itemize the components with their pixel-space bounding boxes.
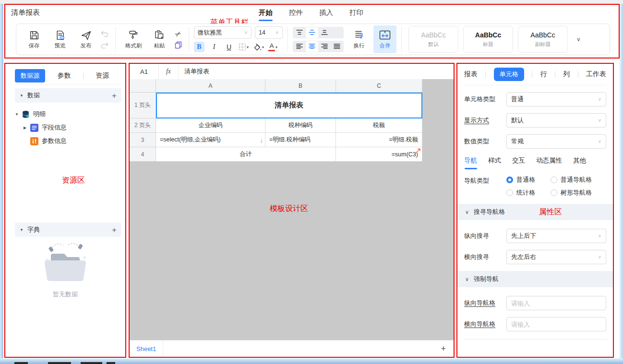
radio-tree-nav-cell[interactable]: 树形导航格 — [551, 188, 592, 197]
sheet-canvas[interactable]: 1 页头 清单报表 2 页头 企业编码 税种编码 税额 3 =select(明细… — [130, 93, 454, 341]
tree-item-fields[interactable]: ▶ 字段信息 — [15, 121, 121, 134]
menu-tab-print[interactable]: 打印 — [349, 8, 363, 21]
add-datasource-button[interactable]: + — [112, 92, 117, 100]
cell-c2[interactable]: 税额 — [336, 118, 422, 133]
database-icon — [22, 110, 30, 118]
font-size-select[interactable]: 14 ∨ — [255, 26, 283, 39]
style-preset-title[interactable]: AaBbCc 标题 — [463, 26, 513, 53]
font-family-select[interactable]: 微软雅黑 ∨ — [194, 26, 252, 39]
tab-row[interactable]: 行 — [540, 70, 547, 79]
cell-type-select[interactable]: 普通 ∨ — [506, 92, 606, 106]
cut-icon[interactable]: ✂ — [173, 30, 183, 37]
cell-a1-title[interactable]: 清单报表 — [156, 93, 422, 118]
align-justify-button[interactable] — [331, 41, 343, 52]
cell-a3[interactable]: =select(明细,企业编码) ↓ — [156, 133, 265, 147]
cut-copy-group: ✂ — [173, 25, 183, 53]
valign-middle-button[interactable] — [306, 27, 318, 38]
subtab-interaction[interactable]: 交互 — [512, 156, 525, 169]
v-nav-input[interactable] — [506, 296, 606, 310]
grid-row-4: 4 合计 =sum(C3) — [130, 147, 422, 162]
row-header-2[interactable]: 2 页头 — [130, 118, 156, 133]
radio-normal-cell[interactable]: 普通格 — [506, 176, 549, 184]
menu-tab-bar: 开始 控件 插入 打印 — [259, 8, 363, 21]
cell-a2[interactable]: 企业编码 — [156, 118, 265, 133]
v-search-select[interactable]: 先上后下 ∨ — [506, 229, 606, 243]
tab-resources[interactable]: 资源 — [84, 71, 121, 80]
tab-column[interactable]: 列 — [563, 70, 570, 79]
corner-cell[interactable] — [130, 79, 156, 93]
chevron-down-icon: ∨ — [276, 30, 279, 35]
publish-button[interactable]: 发布 — [73, 25, 99, 53]
row-header-4[interactable]: 4 — [130, 147, 156, 162]
borders-button[interactable]: ▾ — [239, 43, 249, 51]
force-nav-section-header[interactable]: ∨ 强制导航 — [457, 271, 613, 287]
style-more-chevron-icon[interactable]: ∨ — [576, 36, 581, 43]
cell-ab4-total[interactable]: 合计 — [156, 147, 336, 162]
redo-icon[interactable] — [100, 41, 109, 49]
tab-cell[interactable]: 单元格 — [494, 68, 524, 81]
radio-stat-cell[interactable]: 统计格 — [506, 188, 549, 197]
align-center-button[interactable] — [306, 41, 318, 52]
data-section-header[interactable]: ▼ 数据 + — [15, 88, 121, 103]
add-sheet-button[interactable]: + — [441, 344, 446, 354]
number-type-select[interactable]: 常规 ∨ — [506, 134, 606, 149]
save-button[interactable]: 保存 — [21, 25, 47, 53]
row-header-1[interactable]: 1 页头 — [130, 93, 156, 118]
subtab-style[interactable]: 样式 — [488, 156, 501, 169]
style-preset-subtitle[interactable]: AaBbCc 副标题 — [518, 26, 568, 53]
search-nav-section-header[interactable]: ∨ 搜寻导航格 属性区 — [457, 204, 613, 220]
merge-cells-button[interactable]: 合并 — [373, 25, 396, 53]
paste-icon — [154, 29, 165, 41]
column-header-c[interactable]: C — [336, 79, 422, 93]
tab-parameters[interactable]: 参数 — [45, 71, 83, 80]
wrap-text-button[interactable]: 换行 — [347, 25, 371, 53]
cell-b3[interactable]: =明细.税种编码 — [265, 133, 336, 147]
paste-button[interactable]: 粘贴 — [146, 25, 172, 53]
menu-tab-insert[interactable]: 插入 — [319, 8, 333, 21]
subtab-other[interactable]: 其他 — [573, 156, 586, 169]
h-nav-input[interactable] — [506, 317, 606, 331]
column-header-a[interactable]: A — [156, 79, 265, 93]
copy-icon[interactable] — [173, 41, 183, 49]
align-left-button[interactable] — [293, 41, 306, 52]
row-header-3[interactable]: 3 — [130, 133, 156, 147]
subtab-dynamic[interactable]: 动态属性 — [536, 156, 562, 169]
cell-b2[interactable]: 税种编码 — [265, 118, 336, 133]
taskbar-fragment — [81, 362, 102, 364]
tree-item-params[interactable]: 参数信息 — [15, 134, 121, 148]
menu-tab-start[interactable]: 开始 — [259, 8, 273, 21]
format-painter-button[interactable]: 格式刷 — [120, 25, 146, 53]
formula-input[interactable]: 清单报表 — [179, 64, 209, 79]
radio-normal-nav-cell[interactable]: 普通导航格 — [551, 176, 592, 184]
chevron-down-icon: ▾ — [262, 45, 264, 49]
cell-c3[interactable]: =明细.税额 — [336, 133, 422, 147]
style-preset-default[interactable]: AaBbCc 默认 — [408, 26, 458, 53]
valign-bottom-button[interactable] — [318, 27, 331, 38]
tab-worksheet[interactable]: 工作表 — [586, 70, 606, 79]
bold-button[interactable]: B — [194, 42, 204, 52]
tab-report[interactable]: 报表 — [464, 70, 478, 79]
sheet-tab[interactable]: Sheet1 — [130, 341, 163, 357]
fx-icon[interactable]: fx — [159, 64, 179, 79]
subtab-navigation[interactable]: 导航 — [464, 156, 477, 169]
preview-button[interactable]: 预览 — [47, 25, 73, 53]
tree-item-detail[interactable]: ▼ 明细 — [15, 107, 121, 121]
italic-button[interactable]: I — [209, 42, 219, 52]
fill-color-button[interactable]: ▾ — [253, 43, 264, 51]
h-search-select[interactable]: 先左后右 ∨ — [506, 250, 606, 264]
cell-c4[interactable]: =sum(C3) — [336, 147, 422, 162]
underline-button[interactable]: U — [224, 42, 234, 52]
display-mode-select[interactable]: 默认 ∨ — [506, 113, 606, 128]
wrap-text-icon — [353, 29, 365, 41]
valign-top-button[interactable] — [293, 27, 306, 38]
add-dict-button[interactable]: + — [112, 226, 117, 234]
menu-tab-controls[interactable]: 控件 — [289, 8, 303, 21]
tab-datasource[interactable]: 数据源 — [15, 69, 45, 82]
dict-section-header[interactable]: ▼ 字典 + — [15, 223, 121, 237]
align-right-button[interactable] — [318, 41, 331, 52]
cell-reference[interactable]: A1 — [130, 64, 159, 79]
column-header-b[interactable]: B — [265, 79, 336, 93]
font-color-button[interactable]: A ▾ — [268, 43, 277, 51]
undo-icon[interactable] — [100, 30, 109, 37]
chevron-down-icon: ∨ — [598, 118, 601, 123]
